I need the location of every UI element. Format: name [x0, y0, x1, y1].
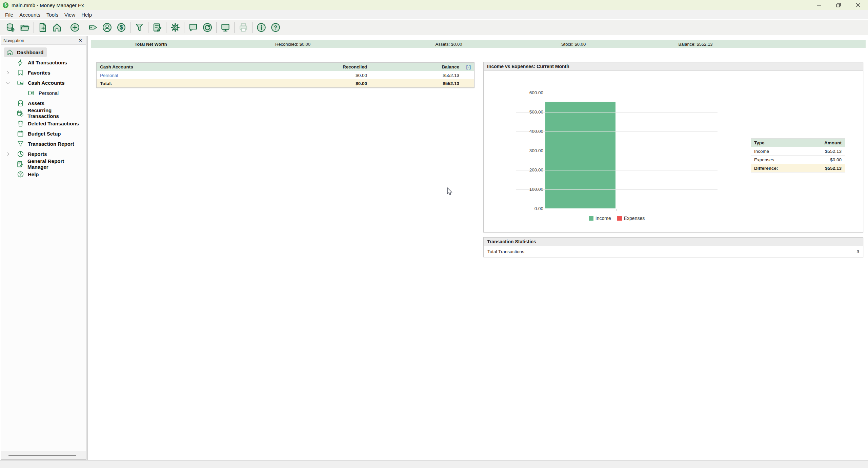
status-bar — [0, 460, 868, 468]
legend-expenses: Expenses — [617, 216, 645, 221]
personal-balance: $552.13 — [367, 73, 459, 78]
new-file-icon[interactable] — [36, 21, 50, 34]
table-row-expenses: Expenses $0.00 — [751, 156, 845, 164]
minimize-button[interactable] — [809, 0, 829, 10]
income-swatch — [589, 216, 593, 221]
nav-item-label: Cash Accounts — [28, 80, 65, 86]
menu-file[interactable]: File — [2, 11, 16, 19]
nav-item-label: All Transactions — [28, 60, 67, 65]
wallet-icon — [17, 79, 24, 86]
new-database-icon[interactable] — [3, 21, 18, 34]
svg-text:?: ? — [274, 24, 277, 30]
account-link-personal[interactable]: Personal — [100, 73, 265, 78]
total-balance: $552.13 — [367, 81, 459, 86]
calendar-clock-icon — [17, 109, 24, 117]
y-tick-label: 200.00 — [516, 167, 543, 172]
chevron-down-icon[interactable] — [5, 80, 11, 85]
filter-icon[interactable] — [132, 21, 146, 34]
nav-item-help[interactable]: Help — [1, 169, 86, 179]
gridline — [516, 170, 718, 170]
transactions-list-icon[interactable] — [150, 21, 164, 34]
add-account-icon[interactable] — [68, 21, 82, 34]
menu-tools[interactable]: Tools — [43, 11, 61, 19]
nav-item-label: Personal — [39, 90, 59, 96]
navigation-hscrollbar[interactable] — [1, 451, 86, 460]
calendar-icon — [17, 130, 24, 137]
menu-help[interactable]: Help — [78, 11, 95, 19]
close-button[interactable] — [848, 0, 868, 10]
bag-icon — [17, 99, 24, 107]
nav-item-all-transactions[interactable]: All Transactions — [1, 57, 86, 67]
monitor-icon[interactable] — [218, 21, 233, 34]
update-refresh-icon[interactable] — [200, 21, 215, 34]
y-tick-label: 500.00 — [516, 109, 543, 115]
cash-accounts-panel: Cash Accounts Reconciled Balance [-] Per… — [96, 62, 475, 88]
transaction-statistics-panel: Transaction Statistics Total Transaction… — [483, 237, 863, 257]
summary-reconciled: Reconciled: $0.00 — [275, 40, 310, 48]
window-title: main.mmb - Money Manager Ex — [12, 2, 84, 8]
app-icon: $ — [3, 2, 8, 8]
type-amount-table: Type Amount Income $552.13 Expenses $0.0… — [751, 138, 845, 172]
chevron-right-icon[interactable] — [5, 70, 11, 75]
summary-stock: Stock: $0.00 — [561, 40, 586, 48]
navigation-close-icon[interactable]: ✕ — [77, 38, 84, 43]
y-tick-label: 0.00 — [516, 206, 543, 211]
categories-tag-icon[interactable] — [86, 21, 100, 34]
open-database-icon[interactable] — [18, 21, 32, 34]
col-balance: Balance — [367, 64, 459, 69]
nav-item-favorites[interactable]: Favorites — [1, 67, 86, 78]
dashboard-main: Total Net Worth Reconciled: $0.00 Assets… — [87, 36, 868, 460]
home-icon[interactable] — [50, 21, 64, 34]
nav-item-budget-setup[interactable]: Budget Setup — [1, 128, 86, 139]
currency-icon[interactable]: $ — [114, 21, 128, 34]
nav-item-label: Recurring Transactions — [27, 107, 83, 119]
nav-item-personal[interactable]: Personal — [1, 88, 86, 98]
income-expenses-chart: 600.00500.00400.00300.00200.00100.000.00… — [484, 71, 863, 232]
collapse-link[interactable]: [-] — [459, 64, 471, 69]
table-row-difference: Difference: $552.13 — [751, 164, 845, 172]
help-circle-icon — [17, 170, 24, 178]
summary-total-net-worth: Total Net Worth — [135, 40, 167, 48]
chevron-right-icon[interactable] — [5, 151, 11, 157]
type-amount-header: Type Amount — [751, 139, 845, 147]
restore-button[interactable] — [829, 0, 848, 10]
chart-legend: Income Expenses — [516, 216, 718, 221]
navigation-title: Navigation — [3, 38, 24, 43]
cash-accounts-header: Cash Accounts Reconciled Balance [-] — [97, 63, 474, 71]
report-edit-icon — [17, 160, 24, 168]
gridline — [516, 209, 718, 209]
menu-accounts[interactable]: Accounts — [16, 11, 43, 19]
trash-icon — [17, 120, 24, 127]
about-info-icon[interactable] — [254, 21, 268, 34]
payees-icon[interactable] — [100, 21, 114, 34]
nav-item-deleted-transactions[interactable]: Deleted Transactions — [1, 118, 86, 128]
nav-item-label: Transaction Report — [28, 141, 74, 147]
nav-item-general-report-manager[interactable]: General Report Manager — [1, 159, 86, 169]
legend-income: Income — [589, 216, 611, 221]
y-tick-label: 300.00 — [516, 148, 543, 153]
pie-chart-icon — [17, 150, 24, 158]
toolbar: $ ? — [0, 20, 868, 35]
expenses-swatch — [617, 216, 622, 221]
nav-item-transaction-report[interactable]: Transaction Report — [1, 139, 86, 149]
nav-item-label: Assets — [28, 100, 44, 106]
navigation-header: Navigation ✕ — [1, 36, 86, 45]
help-icon[interactable]: ? — [268, 21, 283, 34]
feedback-chat-icon[interactable] — [186, 21, 200, 34]
income-bar — [545, 102, 615, 208]
total-transactions-label: Total Transactions: — [487, 249, 856, 254]
menu-view[interactable]: View — [61, 11, 78, 19]
home-icon — [6, 48, 13, 56]
scrollbar-thumb[interactable] — [8, 455, 76, 456]
settings-gear-icon[interactable] — [168, 21, 182, 34]
money-manager-window: $ main.mmb - Money Manager Ex File Accou… — [0, 0, 868, 468]
total-transactions-value: 3 — [856, 249, 859, 254]
summary-balance: Balance: $552.13 — [678, 40, 712, 48]
nav-item-recurring-transactions[interactable]: Recurring Transactions — [1, 108, 86, 118]
nav-item-dashboard[interactable]: Dashboard — [1, 47, 86, 57]
total-reconciled: $0.00 — [265, 81, 367, 86]
nav-item-cash-accounts[interactable]: Cash Accounts — [1, 78, 86, 88]
transaction-statistics-title: Transaction Statistics — [484, 238, 863, 246]
gridline — [516, 112, 718, 113]
lightning-icon — [17, 59, 24, 66]
